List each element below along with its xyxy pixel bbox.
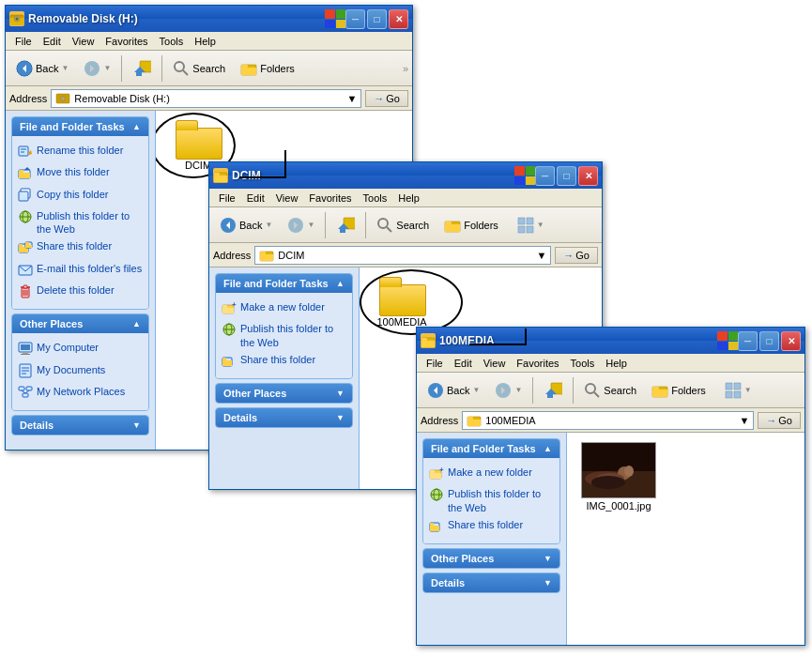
menu-edit-3[interactable]: Edit xyxy=(449,356,478,371)
menu-help-1[interactable]: Help xyxy=(189,34,222,49)
title-bar-3[interactable]: 100MEDIA ─ □ ✕ xyxy=(417,328,804,354)
window-100media[interactable]: 100MEDIA ─ □ ✕ File Edit View Favorites … xyxy=(416,327,805,646)
other-places-header-2[interactable]: Other Places ▼ xyxy=(216,384,352,403)
task-share-2[interactable]: Share this folder xyxy=(222,351,346,373)
go-button-1[interactable]: → Go xyxy=(365,90,408,107)
maximize-button-3[interactable]: □ xyxy=(759,331,779,351)
forward-button-2[interactable]: ▼ xyxy=(281,213,321,237)
menu-favorites-2[interactable]: Favorites xyxy=(303,191,357,206)
file-folder-tasks-header-1[interactable]: File and Folder Tasks ▲ xyxy=(12,117,148,136)
menu-favorites-1[interactable]: Favorites xyxy=(100,34,153,49)
address-input-2[interactable]: DCIM ▼ xyxy=(254,246,551,265)
other-places-header-1[interactable]: Other Places ▲ xyxy=(12,314,148,333)
maximize-button-1[interactable]: □ xyxy=(367,9,387,29)
svg-rect-61 xyxy=(214,173,220,176)
title-bar-buttons-1[interactable]: ─ □ ✕ xyxy=(345,9,408,29)
maximize-button-2[interactable]: □ xyxy=(557,166,576,186)
view-button-3[interactable]: ▼ xyxy=(718,378,758,403)
task-new-folder-3[interactable]: + Make a new folder xyxy=(429,464,554,485)
menu-view-3[interactable]: View xyxy=(478,356,512,371)
task-move-1[interactable]: Move this folder xyxy=(18,163,143,185)
menu-tools-2[interactable]: Tools xyxy=(358,191,393,206)
address-bar-3: Address 100MEDIA ▼ → Go xyxy=(417,408,804,433)
minimize-button-3[interactable]: ─ xyxy=(738,331,758,351)
details-header-3[interactable]: Details ▼ xyxy=(423,573,559,592)
back-button-2[interactable]: Back ▼ xyxy=(213,213,279,237)
view-button-2[interactable]: ▼ xyxy=(511,213,551,237)
minimize-button-2[interactable]: ─ xyxy=(535,166,555,186)
my-computer-1[interactable]: My Computer xyxy=(18,339,143,360)
forward-button-3[interactable]: ▼ xyxy=(488,378,529,403)
menu-edit-1[interactable]: Edit xyxy=(38,34,67,49)
image-item-3[interactable]: IMG_0001.jpg xyxy=(576,442,661,512)
menu-view-2[interactable]: View xyxy=(270,191,304,206)
file-folder-tasks-chevron-1: ▲ xyxy=(132,122,141,131)
menu-view-1[interactable]: View xyxy=(67,34,100,49)
task-email-1[interactable]: E-mail this folder's files xyxy=(18,260,143,282)
folders-button-3[interactable]: Folders xyxy=(645,378,712,403)
folders-button-1[interactable]: Folders xyxy=(234,56,301,81)
task-new-folder-2[interactable]: + Make a new folder xyxy=(222,298,346,320)
menu-edit-2[interactable]: Edit xyxy=(241,191,270,206)
address-bar-1: Address Removable Disk (H:) ▼ → Go xyxy=(6,86,412,111)
forward-button-1[interactable]: ▼ xyxy=(77,56,117,81)
up-button-1[interactable] xyxy=(126,55,158,82)
back-button-3[interactable]: Back ▼ xyxy=(421,378,486,403)
menu-help-2[interactable]: Help xyxy=(392,191,425,206)
address-input-1[interactable]: Removable Disk (H:) ▼ xyxy=(51,89,361,108)
share-icon-1 xyxy=(18,239,33,257)
up-button-3[interactable] xyxy=(537,377,569,404)
up-button-2[interactable] xyxy=(329,212,361,238)
task-publish-3[interactable]: Publish this folder to the Web xyxy=(429,485,554,516)
search-button-3[interactable]: Search xyxy=(577,378,643,403)
my-network-label-1: My Network Places xyxy=(37,385,125,398)
close-button-3[interactable]: ✕ xyxy=(781,331,801,351)
menu-file-2[interactable]: File xyxy=(213,191,241,206)
title-bar-1[interactable]: Removable Disk (H:) ─ □ ✕ xyxy=(6,6,412,32)
new-folder-icon-3: + xyxy=(429,466,444,483)
left-panel-1: File and Folder Tasks ▲ Rename this fold… xyxy=(6,111,156,450)
minimize-button-1[interactable]: ─ xyxy=(345,9,365,29)
go-button-2[interactable]: → Go xyxy=(555,247,598,264)
task-copy-1[interactable]: Copy this folder xyxy=(18,186,143,207)
address-input-3[interactable]: 100MEDIA ▼ xyxy=(462,411,754,430)
details-title-2: Details xyxy=(223,412,257,423)
computer-icon-1 xyxy=(18,341,33,359)
file-folder-tasks-header-3[interactable]: File and Folder Tasks ▲ xyxy=(423,439,559,458)
forward-arrow-1: ▼ xyxy=(103,64,111,72)
folders-button-2[interactable]: Folders xyxy=(437,213,505,237)
100media-folder[interactable]: 100MEDIA xyxy=(369,277,435,328)
back-button-1[interactable]: Back ▼ xyxy=(9,56,75,81)
details-header-2[interactable]: Details ▼ xyxy=(216,408,352,427)
svg-rect-75 xyxy=(527,218,533,224)
title-bar-buttons-3[interactable]: ─ □ ✕ xyxy=(738,331,801,351)
task-delete-1[interactable]: Delete this folder xyxy=(18,282,143,303)
menu-file-3[interactable]: File xyxy=(421,356,449,371)
task-publish-1[interactable]: Publish this folder to the Web xyxy=(18,207,143,238)
task-share-1[interactable]: Share this folder xyxy=(18,237,143,259)
toolbar-1: Back ▼ ▼ xyxy=(6,51,412,86)
my-network-1[interactable]: My Network Places xyxy=(18,383,143,405)
close-button-2[interactable]: ✕ xyxy=(578,166,598,186)
menu-favorites-3[interactable]: Favorites xyxy=(511,356,564,371)
title-bar-buttons-2[interactable]: ─ □ ✕ xyxy=(535,166,598,186)
go-button-3[interactable]: → Go xyxy=(758,412,801,429)
menu-help-3[interactable]: Help xyxy=(600,356,633,371)
svg-line-70 xyxy=(387,227,391,232)
task-share-3[interactable]: Share this folder xyxy=(429,516,554,538)
my-documents-1[interactable]: My Documents xyxy=(18,361,143,383)
task-publish-2[interactable]: Publish this folder to the Web xyxy=(222,320,346,351)
menu-tools-1[interactable]: Tools xyxy=(154,34,190,49)
title-bar-2[interactable]: DCIM ─ □ ✕ xyxy=(209,162,602,189)
svg-rect-121 xyxy=(430,526,439,531)
close-button-1[interactable]: ✕ xyxy=(389,9,408,29)
file-folder-tasks-header-2[interactable]: File and Folder Tasks ▲ xyxy=(216,274,352,293)
menu-file-1[interactable]: File xyxy=(9,34,38,49)
search-button-2[interactable]: Search xyxy=(370,213,436,237)
other-places-header-3[interactable]: Other Places ▼ xyxy=(423,549,559,568)
details-header-1[interactable]: Details ▼ xyxy=(12,416,148,435)
svg-rect-35 xyxy=(19,244,23,247)
menu-tools-3[interactable]: Tools xyxy=(565,356,601,371)
task-rename-1[interactable]: Rename this folder xyxy=(18,142,143,163)
search-button-1[interactable]: Search xyxy=(166,56,232,81)
